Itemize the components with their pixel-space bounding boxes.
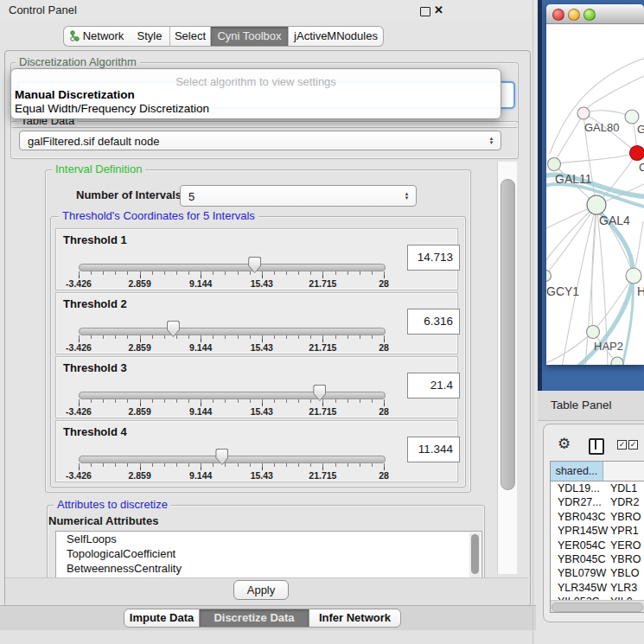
close-traffic-light[interactable] — [552, 9, 564, 21]
node-gal11[interactable] — [548, 158, 561, 171]
combo-spinner-icon[interactable]: ▲▼ — [403, 192, 411, 201]
tick-label: 15.43 — [251, 470, 273, 481]
node-gal4[interactable] — [587, 195, 606, 214]
numerical-attributes-list[interactable]: SelfLoopsTopologicalCoefficientBetweenne… — [55, 531, 482, 579]
table-row[interactable]: YLR345WYLR3 — [551, 581, 644, 595]
cell-shared-name[interactable]: YDR27... — [558, 495, 602, 509]
slider-track[interactable] — [79, 264, 386, 271]
cell-name[interactable]: YDR2 — [610, 495, 639, 509]
checkbox-icon[interactable]: ✓ — [628, 440, 638, 450]
table-horizontal-scrollbar[interactable] — [551, 600, 644, 612]
tick-label: 28 — [379, 278, 389, 289]
table-row[interactable]: YDR27...YDR2 — [551, 495, 644, 509]
node-label: GCY1 — [546, 284, 579, 298]
node-label: GA — [637, 123, 644, 136]
tab-cyni-toolbox[interactable]: Cyni Toolbox — [211, 26, 289, 47]
tick-label: -3.426 — [66, 406, 92, 417]
cell-shared-name[interactable]: YER054C — [558, 539, 606, 552]
gear-icon[interactable]: ⚙ — [558, 435, 571, 453]
scrollbar-thumb[interactable] — [552, 603, 643, 612]
table-row[interactable]: YBR043CYBRO — [551, 510, 644, 524]
network-graph: GAL80 GA C GAL11 GAL4 GCY1 H HAP2 — [546, 24, 644, 365]
tick-label: -3.426 — [66, 470, 92, 481]
number-of-intervals-combobox[interactable]: 5 ▲▼ — [180, 185, 417, 207]
numerical-attributes-heading: Numerical Attributes — [48, 514, 158, 527]
table-row[interactable]: YBR045CYBRO — [551, 552, 644, 566]
node-gcy1[interactable] — [546, 271, 552, 282]
table-row[interactable]: YPR145WYPR1 — [551, 524, 644, 538]
apply-button[interactable]: Apply — [233, 580, 289, 600]
table-data-combobox[interactable]: galFiltered.sif default node ▲▼ — [19, 131, 501, 150]
cell-name[interactable]: YPR1 — [610, 524, 639, 538]
cell-name[interactable]: YBLO — [610, 566, 639, 580]
popup-option-manual-discretization[interactable]: Manual Discretization — [15, 88, 135, 101]
tab-style[interactable]: Style — [130, 26, 170, 47]
settings-vertical-scrollbar[interactable] — [497, 162, 517, 574]
threshold-value-field[interactable]: 6.316 — [407, 309, 460, 335]
tab-select[interactable]: Select — [170, 26, 211, 47]
table-row[interactable]: YBL079WYBLO — [551, 566, 644, 580]
tab-network[interactable]: Network — [63, 26, 131, 47]
cell-shared-name[interactable]: YDL19... — [558, 481, 600, 495]
threshold-title: Threshold 4 — [63, 425, 127, 438]
cell-shared-name[interactable]: YLR345W — [558, 581, 607, 595]
network-canvas[interactable]: GAL80 GA C GAL11 GAL4 GCY1 H HAP2 — [546, 24, 644, 365]
split-columns-icon[interactable] — [589, 438, 604, 455]
threshold-value-field[interactable]: 14.713 — [407, 245, 460, 271]
tab-jactivemnodules[interactable]: jActiveMNodules — [289, 26, 384, 47]
threshold-value-field[interactable]: 21.4 — [407, 373, 460, 399]
attribute-item[interactable]: BetweennessCentrality — [56, 561, 481, 576]
cell-name[interactable]: YDL1 — [610, 481, 637, 495]
slider-track[interactable] — [79, 328, 386, 335]
combo-spinner-icon[interactable]: ▲▼ — [488, 137, 495, 145]
node-table[interactable]: shared... n YDL19...YDL1YDR27...YDR2YBR0… — [550, 461, 644, 613]
scrollbar-thumb[interactable] — [501, 179, 515, 490]
panel-divider — [532, 0, 533, 644]
tick-label: 2.859 — [128, 278, 150, 289]
attributes-scrollbar[interactable] — [469, 532, 481, 577]
node-hap2[interactable] — [587, 326, 600, 339]
node-right-mid[interactable] — [626, 268, 641, 284]
node-bottom[interactable] — [611, 357, 623, 365]
node-red-selected[interactable] — [630, 146, 644, 161]
column-header-name[interactable]: n — [603, 462, 644, 481]
slider-track[interactable] — [79, 456, 386, 463]
tick-label: 2.859 — [128, 470, 150, 481]
threshold-panel: Threshold 1 -3.4262.8599.14415.4321.7152… — [55, 228, 458, 290]
cell-shared-name[interactable]: YBR043C — [558, 510, 606, 524]
attribute-item[interactable]: TopologicalCoefficient — [56, 546, 481, 561]
cell-name[interactable]: YERO — [610, 539, 641, 552]
float-window-icon[interactable] — [420, 7, 430, 16]
node-gal80[interactable] — [577, 107, 590, 119]
cell-shared-name[interactable]: YBL079W — [558, 566, 606, 580]
scrollbar-thumb[interactable] — [471, 534, 479, 574]
table-row[interactable]: YER054CYERO — [551, 539, 644, 552]
tab-label: Impute Data — [130, 611, 194, 624]
tab-infer-network[interactable]: Infer Network — [309, 609, 401, 628]
network-window-titlebar[interactable] — [546, 4, 644, 24]
close-icon[interactable]: ✕ — [434, 3, 443, 16]
node-label: GAL4 — [599, 214, 630, 227]
node-top-right[interactable] — [625, 110, 639, 124]
popup-option-equal-width-frequency[interactable]: Equal Width/Frequency Discretization — [15, 102, 209, 115]
number-of-intervals-label: Number of Intervals — [76, 188, 182, 201]
cell-shared-name[interactable]: YBR045C — [558, 552, 606, 566]
slider-track[interactable] — [79, 392, 386, 399]
attribute-item[interactable]: SelfLoops — [56, 532, 481, 546]
cell-name[interactable]: YLR3 — [610, 581, 637, 595]
cell-shared-name[interactable]: YPR145W — [558, 524, 608, 538]
cell-name[interactable]: YBRO — [610, 552, 641, 566]
tick-label: 21.715 — [309, 470, 336, 481]
checkbox-icon[interactable]: ✓ — [617, 440, 627, 450]
zoom-traffic-light[interactable] — [583, 9, 596, 21]
minimize-traffic-light[interactable] — [568, 9, 580, 21]
column-header-shared-name[interactable]: shared... — [551, 462, 603, 481]
tab-impute-data[interactable]: Impute Data — [124, 609, 200, 628]
threshold-value-field[interactable]: 11.344 — [407, 437, 460, 462]
slider-minor-ticks — [79, 335, 385, 339]
cell-name[interactable]: YBRO — [610, 510, 641, 524]
tick-label: 2.859 — [128, 406, 150, 417]
table-row[interactable]: YDL19...YDL1 — [551, 481, 644, 495]
tab-discretize-data[interactable]: Discretize Data — [199, 609, 309, 628]
threshold-panel: Threshold 2 -3.4262.8599.14415.4321.7152… — [55, 292, 458, 354]
